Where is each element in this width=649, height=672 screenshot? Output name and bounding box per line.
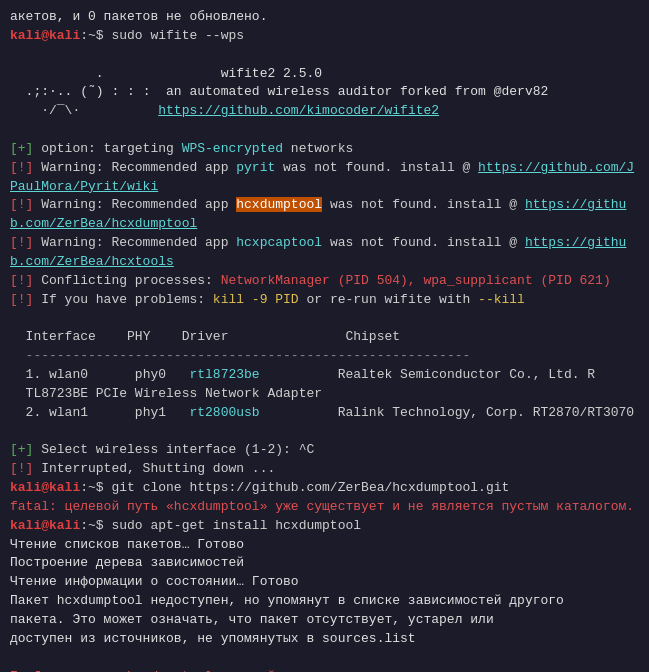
line-apt4: Пакет hcxdumptool недоступен, но упомяну… xyxy=(10,592,639,611)
terminal-window: акетов, и 0 пакетов не обновлено. kali@k… xyxy=(0,0,649,672)
line-wps-option: [+] option: targeting WPS-encrypted netw… xyxy=(10,140,639,159)
line-error-e: E: Для пакета «hcxdumptool» не найден ка… xyxy=(10,668,639,672)
line-warn-hcxpcap: [!] Warning: Recommended app hcxpcaptool… xyxy=(10,234,639,272)
line-apt6: доступен из источников, не упомянутых в … xyxy=(10,630,639,649)
line-separator: ----------------------------------------… xyxy=(10,347,639,366)
line-apt1: Чтение списков пакетов… Готово xyxy=(10,536,639,555)
line-select: [+] Select wireless interface (1-2): ^C xyxy=(10,441,639,460)
line-conflicting: [!] Conflicting processes: NetworkManage… xyxy=(10,272,639,291)
line-prompt-apt: kali@kali:~$ sudo apt-get install hcxdum… xyxy=(10,517,639,536)
line-apt2: Построение дерева зависимостей xyxy=(10,554,639,573)
line-logo2: .;:·.. (˜) : : : an automated wireless a… xyxy=(10,83,639,102)
line-blank5 xyxy=(10,649,639,668)
line-iface1a: 1. wlan0 phy0 rtl8723be Realtek Semicond… xyxy=(10,366,639,385)
line-apt5: пакета. Это может означать, что пакет от… xyxy=(10,611,639,630)
line-prompt-git: kali@kali:~$ git clone https://github.co… xyxy=(10,479,639,498)
line-blank4 xyxy=(10,423,639,442)
line-logo1: . wifite2 2.5.0 xyxy=(10,65,639,84)
line-blank3 xyxy=(10,310,639,329)
line-prompt-wifite: kali@kali:~$ sudo wifite --wps xyxy=(10,27,639,46)
line-interrupted: [!] Interrupted, Shutting down ... xyxy=(10,460,639,479)
line-blank1 xyxy=(10,46,639,65)
line-table-header: Interface PHY Driver Chipset xyxy=(10,328,639,347)
line-blank2 xyxy=(10,121,639,140)
line-logo3: ·/¯\· https://github.com/kimocoder/wifit… xyxy=(10,102,639,121)
line-kill-hint: [!] If you have problems: kill -9 PID or… xyxy=(10,291,639,310)
line-packets: акетов, и 0 пакетов не обновлено. xyxy=(10,8,639,27)
line-iface2: 2. wlan1 phy1 rt2800usb Ralink Technolog… xyxy=(10,404,639,423)
line-warn-pyrit: [!] Warning: Recommended app pyrit was n… xyxy=(10,159,639,197)
line-apt3: Чтение информации о состоянии… Готово xyxy=(10,573,639,592)
line-iface1b: TL8723BE PCIe Wireless Network Adapter xyxy=(10,385,639,404)
line-fatal: fatal: целевой путь «hcxdumptool» уже су… xyxy=(10,498,639,517)
line-warn-hcxdump: [!] Warning: Recommended app hcxdumptool… xyxy=(10,196,639,234)
